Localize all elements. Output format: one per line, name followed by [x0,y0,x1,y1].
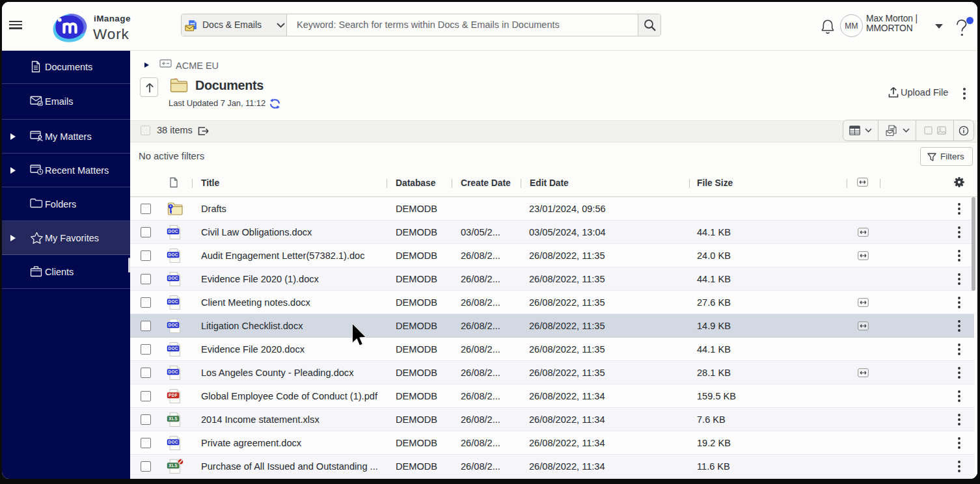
svg-text:XLS: XLS [169,416,178,421]
svg-text:XLS: XLS [169,463,178,468]
svg-text:DOC: DOC [168,323,178,327]
svg-text:DOC: DOC [168,370,178,374]
svg-text:DOC: DOC [168,252,178,257]
svg-text:DOC: DOC [168,229,178,234]
svg-text:DOC: DOC [168,346,178,351]
svg-text:DOC: DOC [168,440,178,444]
svg-text:DOC: DOC [168,276,178,280]
svg-text:DOC: DOC [168,299,178,304]
svg-text:PDF: PDF [169,393,178,397]
